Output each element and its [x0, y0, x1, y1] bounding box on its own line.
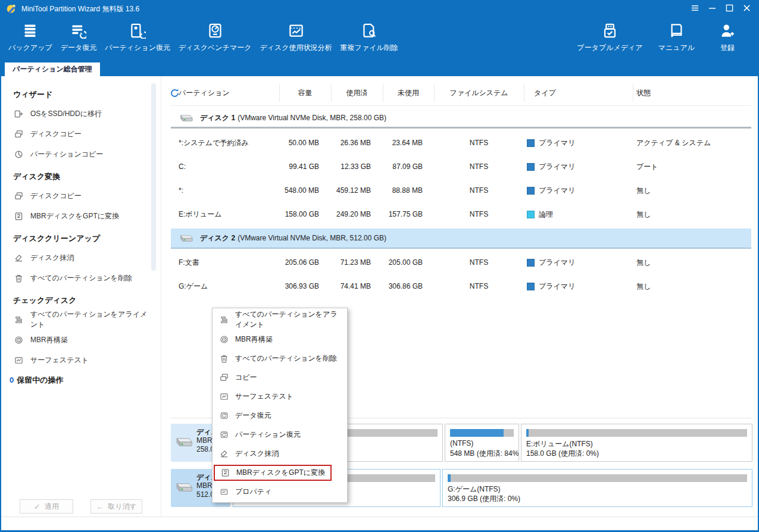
menu-item-align[interactable]: すべてのパーティションをアライメント	[213, 309, 347, 330]
used-value: 12.33 GB	[319, 155, 371, 179]
disk-info: (VMware Virtual NVMe Disk, MBR, 258.00 G…	[238, 114, 386, 122]
bootable-media-icon	[602, 21, 618, 39]
toolbar-button-label: バックアップ	[8, 43, 52, 53]
menu-item-inner: データ復元	[213, 411, 277, 421]
properties-icon	[220, 487, 229, 496]
disk-map-partition[interactable]: G:ゲーム(NTFS)306.9 GB (使用済: 0%)	[442, 469, 752, 507]
duplicate-file-button[interactable]: 重複ファイル削除	[341, 21, 398, 53]
menu-item-inner: ディスク抹消	[213, 449, 285, 459]
usage-bar-fill	[450, 429, 504, 437]
partition-name: G:ゲーム	[179, 274, 208, 298]
filesystem-value: NTFS	[434, 179, 524, 202]
menu-item-rebuild-mbr[interactable]: MBR再構築	[213, 330, 347, 349]
disk-benchmark-button[interactable]: ディスクベンチマーク	[179, 21, 252, 53]
table-row[interactable]: *:548.00 MB459.12 MB88.88 MBNTFSプライマリ無し	[171, 179, 751, 202]
partition-name: E:ボリューム	[179, 202, 221, 226]
tab-partition-management[interactable]: パーティション総合管理	[5, 62, 100, 76]
table-row[interactable]: E:ボリューム158.00 GB249.20 MB157.75 GBNTFS論理…	[171, 202, 751, 226]
sidebar-item-label: すべてのパーティションを削除	[30, 273, 132, 283]
duplicate-file-icon	[361, 21, 377, 39]
space-analyzer-icon	[288, 21, 304, 39]
minimize-button[interactable]	[704, 0, 721, 18]
partition-copy-icon	[14, 150, 23, 159]
partition-name: C:	[179, 155, 186, 179]
partition-recovery-button[interactable]: パーティション復元	[105, 21, 170, 53]
apply-button[interactable]: ✓適用	[20, 499, 73, 514]
register-icon	[720, 21, 736, 39]
sidebar-item-align[interactable]: すべてのパーティションをアライメント	[1, 309, 150, 330]
backup-button[interactable]: バックアップ	[8, 21, 52, 53]
sidebar-item-surface-test[interactable]: サーフェステスト	[1, 350, 150, 370]
menu-item-inner: プロパティ	[213, 487, 277, 497]
sidebar-item-disk-wipe[interactable]: ディスク抹消	[1, 248, 150, 268]
type-label: 論理	[539, 209, 553, 220]
hamburger-icon	[691, 4, 699, 14]
sidebar-item-os-migrate[interactable]: OSをSSD/HDDに移行	[1, 104, 150, 124]
data-recovery-button[interactable]: データ復元	[61, 21, 97, 53]
rebuild-mbr-icon	[220, 335, 229, 344]
bootable-media-button[interactable]: ブータブルメディア	[577, 21, 642, 53]
unused-value: 205.00 GB	[371, 251, 423, 274]
app-logo-icon	[6, 3, 18, 15]
sidebar-item-disk-copy[interactable]: ディスクコピー	[1, 186, 150, 206]
menu-button[interactable]	[686, 0, 704, 18]
menu-item-label: ディスク抹消	[235, 449, 279, 459]
menu-item-label: MBRディスクをGPTに変換	[236, 468, 325, 478]
disk-map-partition[interactable]: E:ボリューム(NTFS)158.0 GB (使用済: 0%)	[521, 424, 752, 462]
menu-item-label: コピー	[235, 373, 257, 383]
filesystem-value: NTFS	[434, 155, 524, 179]
status-value: ブート	[636, 155, 658, 179]
undo-button[interactable]: ←取り消す	[90, 499, 142, 514]
table-row[interactable]: *:システムで予約済み50.00 MB26.36 MB23.64 MBNTFSプ…	[171, 131, 751, 155]
status-value: アクティブ & システム	[636, 131, 711, 155]
partition-map-label: E:ボリューム(NTFS)	[526, 439, 593, 449]
menu-item-disk-wipe[interactable]: ディスク抹消	[213, 444, 347, 463]
menu-item-data-recovery2[interactable]: データ復元	[213, 406, 347, 425]
table-row[interactable]: C:99.41 GB12.33 GB87.09 GBNTFSプライマリブート	[171, 155, 751, 179]
sidebar-item-label: パーティションコピー	[30, 149, 103, 159]
disk-group-row[interactable]: ディスク 1(VMware Virtual NVMe Disk, MBR, 25…	[171, 109, 751, 127]
close-button[interactable]	[738, 0, 755, 18]
sidebar-item-rebuild-mbr[interactable]: MBR再構築	[1, 330, 150, 350]
partition-map-usage: 306.9 GB (使用済: 0%)	[448, 494, 520, 504]
column-header: 容量	[279, 80, 331, 105]
menu-item-delete-all[interactable]: すべてのパーティションを削除	[213, 349, 347, 368]
menu-item-partition-recovery2[interactable]: パーティション復元	[213, 425, 347, 444]
filesystem-value: NTFS	[434, 274, 524, 298]
disk-group-row[interactable]: ディスク 2(VMware Virtual NVMe Disk, MBR, 51…	[171, 229, 751, 248]
maximize-button[interactable]	[721, 0, 738, 18]
usage-bar-fill	[526, 429, 529, 437]
delete-all-icon	[220, 354, 229, 363]
sidebar-item-delete-all[interactable]: すべてのパーティションを削除	[1, 268, 150, 288]
disk-map-partition[interactable]: (NTFS)548 MB (使用済: 84%)	[445, 424, 519, 462]
menu-item-inner: MBRディスクをGPTに変換	[214, 465, 332, 481]
primary-color-swatch	[527, 187, 535, 195]
pending-operations: 0保留中の操作	[1, 370, 150, 386]
sidebar-item-mbr-to-gpt[interactable]: MBRディスクをGPTに変換	[1, 206, 150, 226]
sidebar-item-partition-copy[interactable]: パーティションコピー	[1, 144, 150, 164]
hdd-icon	[177, 233, 194, 243]
register-button[interactable]: 登録	[710, 21, 745, 53]
capacity-value: 50.00 MB	[254, 131, 319, 155]
table-row[interactable]: G:ゲーム306.93 GB74.41 MB306.86 GBNTFSプライマリ…	[171, 274, 751, 298]
disk-name: ディスク 2	[200, 233, 235, 243]
manual-button[interactable]: マニュアル	[658, 21, 695, 53]
sidebar-item-label: MBRディスクをGPTに変換	[30, 211, 119, 221]
menu-item-copy[interactable]: コピー	[213, 368, 347, 387]
toolbar-button-label: 重複ファイル削除	[341, 43, 398, 53]
toolbar-button-label: ディスクベンチマーク	[179, 43, 252, 53]
menu-item-mbr-to-gpt[interactable]: MBRディスクをGPTに変換	[213, 463, 347, 482]
type-value: プライマリ	[527, 251, 575, 274]
space-analyzer-button[interactable]: ディスク使用状況分析	[260, 21, 332, 53]
sidebar-scrollbar[interactable]	[151, 83, 156, 271]
menu-item-surface-test[interactable]: サーフェステスト	[213, 387, 347, 406]
menu-item-properties[interactable]: プロパティ	[213, 482, 347, 501]
sidebar-section-title: ディスククリーンアップ	[1, 226, 150, 248]
data-recovery2-icon	[220, 411, 229, 420]
table-row[interactable]: F:文書205.06 GB71.23 MB205.00 GBNTFSプライマリ無…	[171, 251, 751, 274]
group-underline	[171, 248, 751, 249]
sidebar-item-disk-copy[interactable]: ディスクコピー	[1, 124, 150, 144]
sidebar-item-label: OSをSSD/HDDに移行	[30, 109, 102, 119]
disk-name: ディスク 1	[200, 113, 235, 123]
hdd-icon	[177, 113, 194, 123]
